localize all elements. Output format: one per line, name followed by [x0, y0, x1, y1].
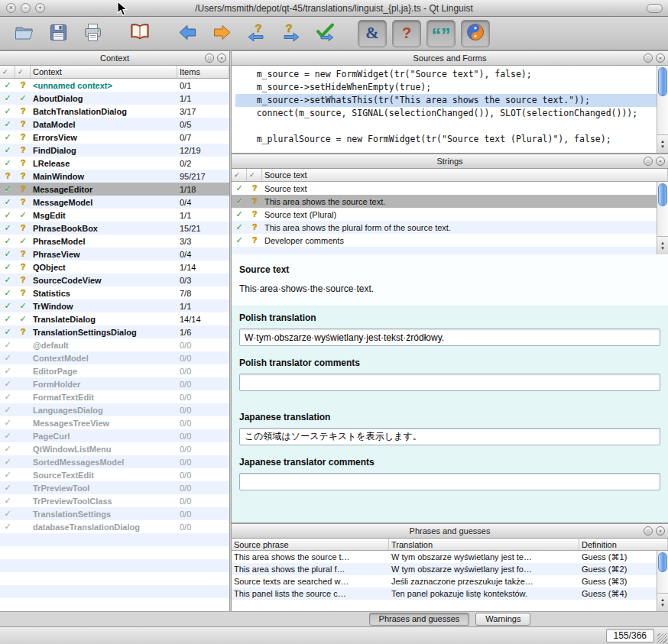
minimize-window-button[interactable]: −: [21, 3, 31, 13]
source-phrase-column-header[interactable]: Source phrase: [232, 539, 389, 550]
context-row[interactable]: ✓✓TrWindow1/1: [0, 299, 229, 312]
context-row[interactable]: ✓SortedMessagesModel0/0: [0, 455, 229, 468]
context-column-header[interactable]: Context: [31, 66, 177, 78]
context-row[interactable]: ✓?MessageEditor1/18: [0, 183, 229, 196]
context-row[interactable]: ✓✓PhraseModel3/3: [0, 235, 229, 248]
polish-status-column-header[interactable]: ✓: [232, 169, 247, 181]
context-row[interactable]: ✓?BatchTranslationDialog3/17: [0, 105, 229, 118]
context-row[interactable]: ✓?<unnamed context>0/1: [0, 79, 229, 92]
next-unfinished-button[interactable]: ?: [276, 20, 305, 47]
string-row[interactable]: ✓?Source text (Plural): [232, 208, 668, 221]
context-row[interactable]: ✓PageCurl0/0: [0, 429, 229, 442]
phrase-row[interactable]: Source texts are searched w…Jeśli zaznac…: [232, 575, 668, 587]
context-row[interactable]: ✓?PhraseBookBox15/21: [0, 222, 229, 235]
scrollbar-arrows[interactable]: ▲▼: [657, 134, 668, 153]
phrasebook-button[interactable]: [125, 20, 154, 47]
context-row[interactable]: ✓TrPreviewTool0/0: [0, 481, 229, 494]
close-dock-icon[interactable]: ×: [656, 157, 665, 166]
context-row[interactable]: ✓SourceTextEdit0/0: [0, 468, 229, 481]
string-row[interactable]: ✓?Source text: [232, 182, 668, 195]
scrollbar-thumb[interactable]: [658, 183, 667, 206]
phrases-vertical-scrollbar[interactable]: ▲▼: [657, 551, 668, 611]
phrase-row[interactable]: This area shows the plural f…W tym obsza…: [232, 563, 668, 575]
source-text-column-header[interactable]: Source text: [262, 169, 668, 181]
phrase-row[interactable]: This panel lists the source c…Ten panel …: [232, 587, 668, 600]
resize-grip-icon[interactable]: [657, 633, 667, 643]
context-row[interactable]: ✓?PhraseView0/4: [0, 248, 229, 261]
save-button[interactable]: [44, 20, 73, 47]
japanese-comments-input[interactable]: [239, 473, 660, 490]
context-row[interactable]: ✓✓TranslateDialog14/14: [0, 312, 229, 325]
zoom-window-button[interactable]: +: [35, 3, 45, 13]
close-window-button[interactable]: ×: [6, 3, 16, 13]
strings-vertical-scrollbar[interactable]: ▲▼: [657, 182, 668, 254]
string-row[interactable]: ✓?This area shows the source text.: [232, 195, 668, 208]
context-row[interactable]: ✓LanguagesDialog0/0: [0, 403, 229, 416]
close-dock-icon[interactable]: ×: [656, 526, 665, 536]
context-row[interactable]: ✓FormHolder0/0: [0, 377, 229, 390]
float-dock-icon[interactable]: □: [205, 53, 214, 63]
context-row[interactable]: ✓@default0/0: [0, 338, 229, 351]
context-row[interactable]: ✓?SourceCodeView0/3: [0, 273, 229, 286]
string-row[interactable]: ✓?This area shows the plural form of the…: [232, 221, 668, 234]
accelerators-button[interactable]: &: [358, 20, 387, 47]
ending-punctuation-button[interactable]: ?: [392, 20, 421, 47]
print-button[interactable]: [78, 20, 107, 47]
scroll-up-icon[interactable]: ▲: [660, 597, 665, 602]
done-and-next-button[interactable]: [310, 20, 339, 47]
forward-button[interactable]: [207, 20, 236, 47]
phrase-row[interactable]: This area shows the source t…W tym obsza…: [232, 551, 668, 563]
context-row[interactable]: ✓?Statistics7/8: [0, 286, 229, 299]
context-row[interactable]: ✓?QObject1/14: [0, 261, 229, 273]
scroll-up-icon[interactable]: ▲: [660, 241, 665, 245]
context-row[interactable]: ✓✓MsgEdit1/1: [0, 209, 229, 222]
place-markers-button[interactable]: [461, 20, 490, 47]
prev-unfinished-button[interactable]: ?: [242, 20, 271, 47]
context-row[interactable]: ✓EditorPage0/0: [0, 364, 229, 377]
tab-phrases-and-guesses[interactable]: Phrases and guesses: [369, 613, 470, 626]
scrollbar-arrows[interactable]: ▲▼: [657, 236, 668, 254]
context-row[interactable]: ✓TranslationSettings0/0: [0, 507, 229, 520]
context-row[interactable]: ✓QtWindowListMenu0/0: [0, 442, 229, 455]
scroll-down-icon[interactable]: ▼: [660, 603, 665, 607]
polish-comments-input[interactable]: [239, 374, 660, 391]
context-row[interactable]: ✓FormatTextEdit0/0: [0, 390, 229, 403]
polish-translation-input[interactable]: [239, 328, 660, 346]
definition-column-header[interactable]: Definition: [579, 539, 668, 550]
japanese-status-column-header[interactable]: ✓: [15, 66, 31, 78]
context-row[interactable]: ✓✓AboutDialog1/1: [0, 92, 229, 105]
items-column-header[interactable]: Items: [177, 66, 229, 78]
context-row[interactable]: ✓?ErrorsView0/7: [0, 131, 229, 144]
japanese-translation-input[interactable]: [239, 428, 660, 445]
context-row[interactable]: ✓MessagesTreeView0/0: [0, 416, 229, 429]
context-row[interactable]: ✓?TranslationSettingsDialog1/6: [0, 325, 229, 338]
context-row[interactable]: ✓TrPreviewToolClass0/0: [0, 494, 229, 507]
context-row[interactable]: ✓?LRelease0/2: [0, 157, 229, 170]
context-row[interactable]: ✓databaseTranslationDialog0/0: [0, 520, 229, 533]
back-button[interactable]: [173, 20, 202, 47]
string-row[interactable]: ✓?Developer comments: [232, 234, 668, 247]
toolbar-toggle-button[interactable]: [647, 4, 663, 13]
float-dock-icon[interactable]: □: [644, 157, 653, 166]
tab-warnings[interactable]: Warnings: [475, 613, 530, 626]
scroll-up-icon[interactable]: ▲: [660, 139, 665, 144]
scrollbar-arrows[interactable]: ▲▼: [657, 593, 668, 611]
scroll-down-icon[interactable]: ▼: [660, 144, 665, 149]
scrollbar-thumb[interactable]: [658, 552, 667, 572]
context-row[interactable]: ??MainWindow95/217: [0, 170, 229, 183]
context-row[interactable]: ✓?DataModel0/5: [0, 118, 229, 131]
phrase-matches-button[interactable]: “”: [426, 20, 456, 47]
float-dock-icon[interactable]: □: [644, 53, 653, 63]
scrollbar-thumb[interactable]: [658, 67, 667, 96]
open-button[interactable]: [9, 20, 38, 47]
close-dock-icon[interactable]: ×: [656, 53, 665, 63]
polish-status-column-header[interactable]: ✓: [0, 66, 15, 78]
context-row[interactable]: ✓?MessageModel0/4: [0, 196, 229, 209]
float-dock-icon[interactable]: □: [644, 526, 653, 536]
scroll-down-icon[interactable]: ▼: [660, 246, 665, 251]
close-dock-icon[interactable]: ×: [217, 53, 226, 63]
source-code-view[interactable]: m_source = new FormWidget(tr("Source tex…: [232, 66, 657, 153]
sources-vertical-scrollbar[interactable]: ▲▼: [657, 66, 668, 153]
japanese-status-column-header[interactable]: ✓: [247, 169, 262, 181]
context-row[interactable]: ✓?FindDialog12/19: [0, 144, 229, 157]
